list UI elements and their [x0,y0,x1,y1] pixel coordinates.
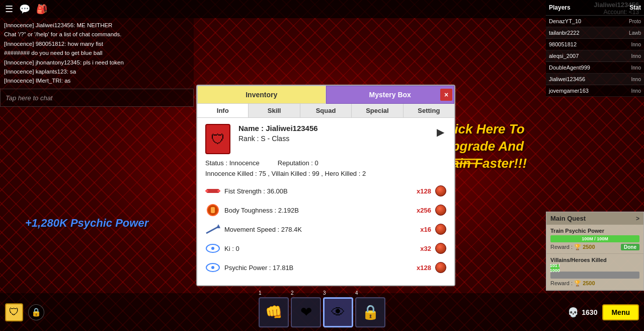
gold-value: 1630 [582,308,597,316]
player-row: DenazYT_10Proto [546,16,644,27]
char-name-rank: Name : Jialiwei123456 Rank : S - Class [238,124,435,143]
quest-panel: Main Quest > Train Psychic Power 100M / … [546,212,644,291]
sub-tab-setting[interactable]: Setting [404,104,454,117]
player-name: 980051812 [549,41,631,47]
hotbar-item-number: 2 [291,290,294,296]
players-col-status: Stat [626,0,644,15]
chat-icon[interactable]: 💬 [19,4,30,15]
hotbar-shield-icon: 🛡 [5,303,23,321]
quest-reward-label: Reward : 🏆 2500 [550,280,595,287]
sub-tab-skill[interactable]: Skill [249,104,300,117]
player-name: aleqsi_2007 [549,53,631,59]
svg-point-8 [211,247,214,250]
next-arrow[interactable]: ▶ [435,124,446,140]
svg-rect-2 [217,190,220,192]
sub-tab-info[interactable]: Info [197,104,249,117]
players-panel: Players Stat DenazYT_10Prototailanbr2222… [546,0,644,97]
hotbar-item-number: 4 [355,290,358,296]
player-row: Jialiwei123456Inno [546,74,644,85]
hotbar-slot[interactable]: ❤ [291,297,321,327]
quest-expand-btn[interactable]: > [636,215,639,222]
player-name: DoubleAgent999 [549,64,631,71]
hotbar-item[interactable]: 4🔒 [355,297,385,327]
stat-row: Psychic Power : 17.81Bx128 [205,260,446,275]
stat-row: Ki : 0x32 [205,241,446,256]
player-row: 980051812Inno [546,39,644,50]
player-status: Inno [631,88,641,94]
chat-input[interactable]: Tap here to chat [0,89,194,107]
sub-tab-special[interactable]: Special [352,104,403,117]
quest-item: Villains/Heroes Killed 101 / 1000 Reward… [546,254,643,290]
hotbar-slot[interactable]: 👊 [259,297,289,327]
stat-orb[interactable] [435,243,446,254]
quest-items: Train Psychic Power 100M / 100M Reward :… [546,225,643,290]
player-name: jovemgamer163 [549,88,631,94]
hotbar-left: 🛡 🔒 [0,303,44,321]
quest-progress-bar: 100M / 100M [550,235,639,242]
gold-display: 💀 1630 [568,307,597,318]
panel-content: 🛡 Name : Jialiwei123456 Rank : S - Class… [197,118,454,285]
bag-icon[interactable]: 🎒 [36,4,47,15]
stat-orb[interactable] [435,224,446,235]
hotbar-items: 1👊2❤3👁4🔒 [259,297,385,327]
player-status: Inno [631,65,641,71]
reputation-label: Reputation : 0 [278,159,318,167]
chat-message: [Innocence] kaplants123: sa [4,67,190,76]
char-header: 🛡 Name : Jialiwei123456 Rank : S - Class… [205,124,446,154]
players-list: DenazYT_10Prototailanbr2222Lawb980051812… [546,16,644,97]
char-name: Name : Jialiwei123456 [238,124,435,133]
stat-label: Fist Strength : 36.00B [224,187,413,195]
top-bar-icons: ☰ 💬 🎒 [5,4,47,15]
char-badge: 🛡 [205,124,230,154]
menu-icon[interactable]: ☰ [5,4,13,15]
player-status: Proto [629,19,641,24]
sub-tab-squad[interactable]: Squad [300,104,352,117]
stat-row: Fist Strength : 36.00Bx128 [205,183,446,198]
char-kills-row: Innocence Killed : 75 , Villain Killed :… [205,170,446,177]
quest-reward-label: Reward : 🏆 2500 [550,244,595,250]
svg-marker-6 [216,224,220,228]
hotbar-slot[interactable]: 👁 [323,297,353,327]
stat-icon [205,260,220,275]
quest-progress-bar: 101 / 1000 [550,264,559,272]
svg-rect-1 [205,190,208,192]
stat-orb[interactable] [435,262,446,273]
inventory-panel: Inventory Mystery Box × InfoSkillSquadSp… [196,85,455,286]
players-col-name: Players [546,0,626,15]
stat-multiplier: x16 [420,226,431,233]
chat-message: ######## do you need to get blue ball [4,48,190,57]
player-status: Inno [631,42,641,47]
quest-title: Main Quest [550,215,586,222]
chat-placeholder: Tap here to chat [6,94,52,102]
stat-label: Movement Speed : 278.4K [224,226,416,233]
done-badge: Done [621,244,639,250]
hotbar-slot[interactable]: 🔒 [355,297,385,327]
players-header: Players Stat [546,0,644,16]
hotbar-lock-icon[interactable]: 🔒 [28,304,44,320]
hotbar-item[interactable]: 3👁 [323,297,353,327]
close-button[interactable]: × [440,89,452,101]
stat-icon [205,241,220,256]
quest-item-title: Villains/Heroes Killed [550,257,639,263]
stat-orb[interactable] [435,185,446,196]
hotbar-item[interactable]: 1👊 [259,297,289,327]
stat-label: Ki : 0 [224,245,416,252]
chat-messages: [Innocence] Jialiwei123456: ME NEITHERCh… [0,18,194,89]
player-status: Lawb [629,30,641,36]
player-status: Inno [631,53,641,59]
stat-orb[interactable] [435,205,446,216]
stat-label: Body Toughness : 2.192B [224,207,413,214]
chat-message: [Innocence] 980051812: how many fist [4,39,190,48]
chat-message: [Innocence] IMert_TRI: as [4,76,190,85]
menu-button[interactable]: Menu [602,304,639,320]
quest-reward-row: Reward : 🏆 2500 [550,280,639,287]
svg-point-10 [211,266,214,269]
tab-inventory[interactable]: Inventory [197,86,326,104]
svg-rect-4 [211,207,215,213]
player-status: Inno [631,77,641,82]
stat-icon [205,203,220,218]
tab-mystery-box[interactable]: Mystery Box [326,86,455,104]
hotbar-item[interactable]: 2❤ [291,297,321,327]
hotbar-item-number: 3 [323,290,326,296]
player-name: DenazYT_10 [549,18,629,24]
